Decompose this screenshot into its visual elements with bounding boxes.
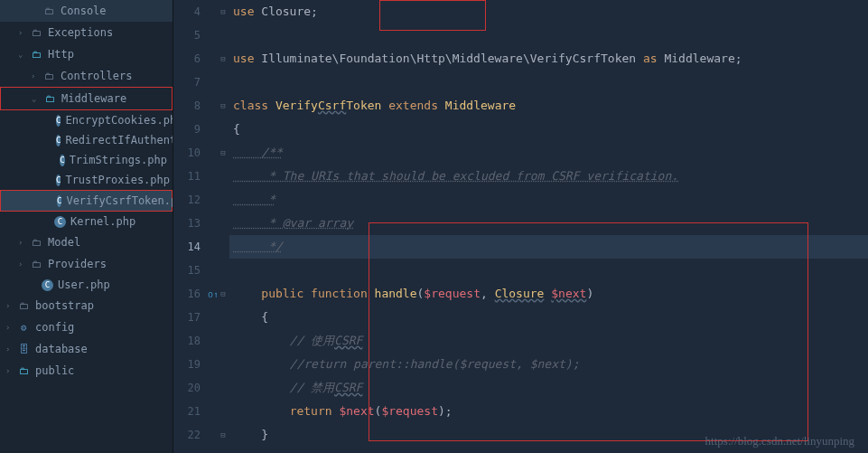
- code-token: Csrf: [318, 99, 346, 112]
- marker-empty: [210, 94, 217, 118]
- line-number: 22: [173, 423, 201, 447]
- line-number-gutter: 45678910111213141516171819202122: [173, 0, 210, 453]
- marker-empty: [210, 376, 217, 400]
- line-number: 11: [173, 165, 201, 188]
- marker-empty: [210, 165, 217, 188]
- php-class-icon: C: [56, 115, 61, 127]
- marker-empty: [210, 353, 217, 376]
- chevron-icon[interactable]: ⌄: [18, 50, 29, 59]
- tree-item-label: public: [35, 364, 74, 377]
- code-token: Closure: [495, 287, 545, 300]
- fold-toggle-icon[interactable]: ⊟: [217, 94, 229, 118]
- code-line[interactable]: * @var array: [229, 212, 868, 235]
- special-icon: 🗄: [16, 342, 31, 356]
- tree-item-public[interactable]: ›🗀public: [0, 360, 173, 382]
- tree-item-exceptions[interactable]: ›🗀Exceptions: [0, 22, 173, 43]
- code-line[interactable]: [229, 71, 868, 94]
- line-number: 7: [173, 71, 201, 94]
- chevron-icon[interactable]: ›: [18, 260, 29, 269]
- chevron-icon[interactable]: ›: [31, 71, 42, 80]
- tree-item-encryptcookies-php[interactable]: CEncryptCookies.php: [0, 110, 173, 130]
- fold-toggle-icon[interactable]: ⊟: [217, 141, 229, 165]
- marker-empty: [210, 141, 217, 165]
- tree-item-user-php[interactable]: CUser.php: [0, 275, 173, 295]
- fold-toggle-icon[interactable]: ⊟: [217, 423, 229, 447]
- tree-item-bootstrap[interactable]: ›🗀bootstrap: [0, 295, 173, 316]
- chevron-icon[interactable]: ›: [5, 366, 16, 375]
- chevron-icon[interactable]: ›: [5, 323, 16, 332]
- fold-toggle-icon[interactable]: ⊟: [217, 0, 229, 24]
- fold-column[interactable]: ⊟⊟⊟⊟⊟⊟: [217, 0, 229, 453]
- fold-toggle-icon[interactable]: ⊟: [217, 47, 229, 71]
- chevron-icon[interactable]: ›: [5, 344, 16, 354]
- code-line[interactable]: *: [229, 188, 868, 212]
- folder-icon: 🗀: [16, 363, 31, 378]
- marker-empty: [210, 400, 217, 423]
- code-line[interactable]: */: [229, 235, 868, 259]
- php-class-icon: C: [57, 195, 61, 207]
- code-token: Illuminate\Foundation\Http\Middleware\Ve…: [261, 52, 636, 65]
- code-token: $next: [339, 404, 374, 418]
- marker-empty: [210, 329, 217, 353]
- code-token: //return parent::handle($request, $next)…: [233, 357, 580, 371]
- tree-item-providers[interactable]: ›🗀Providers: [0, 253, 173, 275]
- code-editor[interactable]: 45678910111213141516171819202122 o↑ ⊟⊟⊟⊟…: [173, 0, 868, 453]
- code-line[interactable]: public function handle($request, Closure…: [229, 282, 868, 306]
- marker-empty: [210, 423, 217, 447]
- chevron-icon[interactable]: ›: [18, 28, 29, 37]
- tree-item-label: Exceptions: [48, 26, 113, 39]
- tree-item-middleware[interactable]: ⌄🗀Middleware: [0, 87, 173, 110]
- tree-item-label: Providers: [48, 258, 107, 270]
- code-line[interactable]: // 禁用CSRF: [229, 376, 868, 400]
- tree-item-database[interactable]: ›🗄database: [0, 338, 173, 360]
- line-number: 20: [173, 376, 201, 400]
- marker-empty: [210, 0, 217, 24]
- fold-toggle-icon: [217, 212, 229, 235]
- code-token: */: [233, 240, 283, 253]
- code-line[interactable]: {: [229, 118, 868, 141]
- fold-toggle-icon: [217, 306, 229, 329]
- tree-item-redirectifauthenticated-php[interactable]: CRedirectIfAuthenticated.php: [0, 130, 173, 150]
- chevron-icon[interactable]: ›: [5, 301, 16, 310]
- tree-item-trimstrings-php[interactable]: CTrimStrings.php: [0, 150, 173, 170]
- chevron-icon[interactable]: ⌄: [32, 94, 42, 103]
- code-content[interactable]: use Closure;use Illuminate\Foundation\Ht…: [229, 0, 868, 453]
- marker-empty: [210, 71, 217, 94]
- tree-item-verifycsrftoken-php[interactable]: CVerifyCsrfToken.php: [0, 190, 173, 212]
- tree-item-kernel-php[interactable]: CKernel.php: [0, 212, 173, 231]
- code-token: // 使用: [233, 334, 334, 347]
- code-token: $request: [424, 287, 481, 300]
- code-line[interactable]: return $next($request);: [229, 400, 868, 423]
- code-token: handle: [375, 287, 417, 300]
- code-token: CSRF: [334, 381, 362, 394]
- code-token: Verify: [275, 99, 318, 112]
- code-line[interactable]: use Closure;: [229, 0, 868, 24]
- tree-item-http[interactable]: ⌄🗀Http: [0, 43, 173, 65]
- code-line[interactable]: //return parent::handle($request, $next)…: [229, 353, 868, 376]
- tree-item-trustproxies-php[interactable]: CTrustProxies.php: [0, 170, 173, 190]
- line-number: 18: [173, 329, 201, 353]
- code-token: {: [233, 122, 240, 136]
- watermark: https://blog.csdn.net/linyunping: [705, 434, 854, 448]
- tree-item-console[interactable]: 🗀Console: [0, 0, 173, 22]
- code-line[interactable]: [229, 24, 868, 47]
- line-number: 10: [173, 141, 201, 165]
- tree-item-label: RedirectIfAuthenticated.php: [65, 134, 173, 146]
- tree-item-config[interactable]: ›⚙config: [0, 316, 173, 338]
- code-line[interactable]: /**: [229, 141, 868, 165]
- code-line[interactable]: class VerifyCsrfToken extends Middleware: [229, 94, 868, 118]
- file-tree-sidebar[interactable]: 🗀Console›🗀Exceptions⌄🗀Http›🗀Controllers⌄…: [0, 0, 173, 453]
- tree-item-controllers[interactable]: ›🗀Controllers: [0, 65, 173, 87]
- code-line[interactable]: [229, 259, 868, 282]
- code-token: // 禁用: [233, 381, 334, 394]
- code-line[interactable]: // 使用CSRF: [229, 329, 868, 353]
- override-marker-icon[interactable]: o↑: [210, 282, 217, 306]
- line-number: 13: [173, 212, 201, 235]
- fold-toggle-icon: [217, 165, 229, 188]
- code-line[interactable]: * The URIs that should be excluded from …: [229, 165, 868, 188]
- code-line[interactable]: {: [229, 306, 868, 329]
- code-line[interactable]: use Illuminate\Foundation\Http\Middlewar…: [229, 47, 868, 71]
- chevron-icon[interactable]: ›: [18, 238, 29, 247]
- tree-item-model[interactable]: ›🗀Model: [0, 231, 173, 253]
- fold-toggle-icon[interactable]: ⊟: [217, 282, 229, 306]
